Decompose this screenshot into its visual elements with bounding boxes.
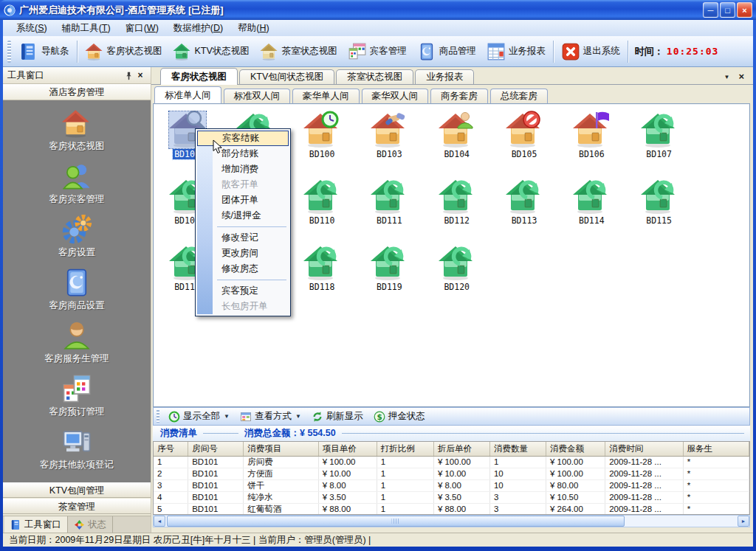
table-row[interactable]: 4BD101纯净水¥ 3.501¥ 3.503¥ 10.502009-11-28…	[154, 491, 749, 503]
document-tab-1[interactable]: 客房状态视图	[160, 68, 238, 85]
room-BD114[interactable]: BD114	[558, 177, 625, 226]
deposit-dollar-icon: $	[374, 411, 385, 423]
context-menu-item-3[interactable]: 增加消费	[197, 162, 289, 177]
column-header-9[interactable]: 消费时间	[605, 442, 684, 456]
column-header-5[interactable]: 打折比例	[377, 442, 433, 456]
toolbar-button-4[interactable]: 茶室状态视图	[255, 38, 343, 65]
horizontal-scrollbar[interactable]: ◄ ►	[153, 515, 750, 527]
table-row[interactable]: 2BD101方便面¥ 10.001¥ 10.0010¥ 100.002009-1…	[154, 468, 749, 479]
column-header-6[interactable]: 折后单价	[433, 442, 489, 456]
menu-item-2[interactable]: 辅助工具(T)	[55, 20, 118, 37]
sidebar-item-5[interactable]: 客房服务生管理	[3, 320, 151, 373]
room-BD111[interactable]: BD111	[356, 177, 423, 226]
document-tab-4[interactable]: 业务报表	[415, 69, 474, 84]
sidebar-item-7[interactable]: 客房其他款项登记	[3, 426, 151, 479]
room-BD107[interactable]: BD107	[625, 111, 693, 159]
context-menu-item-2[interactable]: 部分结账	[197, 146, 289, 162]
close-button[interactable]: ×	[737, 2, 752, 18]
context-menu-item-13[interactable]: 长包房开单	[197, 299, 289, 314]
menu-item-1[interactable]: 系统(S)	[9, 20, 55, 37]
tab-list-dropdown-icon[interactable]: ▼	[724, 74, 729, 80]
action-button-3[interactable]: 刷新显示	[306, 410, 368, 423]
toolbar-button-1[interactable]: 导航条	[14, 38, 75, 65]
room-BD103[interactable]: BD103	[356, 111, 423, 159]
ktv-status-house-icon	[173, 42, 192, 61]
context-menu-item-10[interactable]: 修改房态	[197, 261, 289, 277]
column-header-3[interactable]: 消费项目	[244, 442, 318, 456]
sidebar-bottom-tab-1[interactable]: 工具窗口	[4, 516, 68, 533]
sidebar-bottom-tab-2[interactable]: 状态	[68, 516, 113, 533]
tab-close-icon[interactable]: ×	[738, 73, 744, 80]
document-tab-3[interactable]: 茶室状态视图	[336, 69, 413, 84]
scroll-left-arrow-icon[interactable]: ◄	[154, 516, 165, 527]
context-menu-item-1[interactable]: 宾客结账	[197, 131, 289, 146]
room-BD113[interactable]: BD113	[491, 177, 558, 226]
toolbar-button-7[interactable]: 业务报表	[481, 38, 551, 65]
room-type-tab-5[interactable]: 商务套房	[430, 89, 488, 103]
actionbar-grip[interactable]	[157, 410, 159, 423]
column-header-4[interactable]: 项目单价	[318, 442, 377, 456]
sidebar-group-ktv[interactable]: KTV包间管理	[3, 482, 151, 498]
action-button-1[interactable]: 显示全部▼	[163, 410, 235, 423]
workspace: 工具窗口 × 酒店客房管理 客房状态视图客房宾客管理客房设置客房商品设置客房服务…	[3, 67, 753, 533]
room-BD106[interactable]: BD106	[558, 111, 625, 159]
room-type-tab-6[interactable]: 总统套房	[490, 89, 548, 103]
house-blocked-icon	[505, 111, 543, 149]
room-type-tab-2[interactable]: 标准双人间	[224, 89, 291, 103]
room-BD105[interactable]: BD105	[491, 111, 558, 159]
toolbar-button-8[interactable]: 退出系统	[556, 38, 625, 65]
sidebar-item-6[interactable]: 客房预订管理	[3, 373, 151, 426]
column-header-7[interactable]: 消费数量	[489, 442, 546, 456]
table-row[interactable]: 5BD101红葡萄酒¥ 88.001¥ 88.003¥ 264.002009-1…	[154, 503, 749, 515]
sidebar-item-4[interactable]: 客房商品设置	[3, 267, 151, 320]
booking-calendar-icon	[61, 373, 92, 404]
room-BD119[interactable]: BD119	[356, 243, 423, 292]
toolbar-button-5[interactable]: 宾客管理	[343, 38, 412, 65]
pin-icon[interactable]	[123, 69, 134, 81]
column-header-8[interactable]: 消费金额	[546, 442, 605, 456]
sidebar-group-hotel-rooms[interactable]: 酒店客房管理	[3, 84, 151, 100]
sidebar-group-tearoom[interactable]: 茶室管理	[3, 499, 151, 514]
context-menu-item-6[interactable]: 续/退押金	[197, 208, 289, 223]
context-menu-item-4[interactable]: 散客开单	[197, 177, 289, 193]
document-tab-2[interactable]: KTV包间状态视图	[239, 69, 334, 84]
room-BD100[interactable]: BD100	[289, 111, 356, 159]
table-row[interactable]: 1BD101房间费¥ 100.001¥ 100.001¥ 100.002009-…	[154, 456, 749, 468]
scrollbar-thumb[interactable]	[167, 516, 625, 527]
context-menu-item-9[interactable]: 更改房间	[197, 246, 289, 261]
toolbar-button-2[interactable]: 客房状态视图	[80, 38, 168, 65]
room-type-tab-1[interactable]: 标准单人间	[154, 86, 221, 103]
maximize-button[interactable]: □	[720, 2, 735, 18]
scroll-right-arrow-icon[interactable]: ►	[738, 516, 749, 527]
menu-item-5[interactable]: 帮助(H)	[230, 20, 276, 37]
table-row[interactable]: 3BD101饼干¥ 8.001¥ 8.0010¥ 80.002009-11-28…	[154, 479, 749, 491]
toolbar-grip[interactable]	[7, 41, 11, 63]
house-vacant-icon	[572, 177, 611, 215]
sidebar-item-1[interactable]: 客房状态视图	[3, 108, 151, 161]
context-menu-item-12[interactable]: 宾客预定	[197, 283, 289, 299]
action-button-2[interactable]: 查看方式▼	[235, 410, 306, 423]
room-type-tab-3[interactable]: 豪华单人间	[292, 89, 360, 103]
menu-item-3[interactable]: 窗口(W)	[118, 20, 166, 37]
toolbar-button-6[interactable]: 商品管理	[412, 38, 481, 65]
column-header-2[interactable]: 房间号	[188, 442, 244, 456]
room-type-tab-4[interactable]: 豪华双人间	[362, 89, 429, 103]
room-BD112[interactable]: BD112	[423, 177, 490, 226]
sidebar-item-2[interactable]: 客房宾客管理	[3, 161, 151, 214]
column-header-1[interactable]: 序号	[154, 442, 188, 456]
column-header-10[interactable]: 服务生	[683, 442, 749, 456]
context-menu-item-5[interactable]: 团体开单	[197, 193, 289, 208]
sidebar-close-icon[interactable]: ×	[134, 69, 146, 81]
minimize-button[interactable]: ─	[703, 2, 718, 18]
room-BD110[interactable]: BD110	[289, 177, 356, 226]
house-flag-icon	[572, 111, 611, 149]
room-BD118[interactable]: BD118	[289, 243, 356, 292]
action-button-4[interactable]: $押金状态	[368, 410, 430, 423]
context-menu-item-8[interactable]: 修改登记	[197, 230, 289, 246]
room-BD104[interactable]: BD104	[423, 111, 490, 159]
room-BD120[interactable]: BD120	[423, 243, 490, 292]
toolbar-button-3[interactable]: KTV状态视图	[168, 38, 255, 65]
room-BD115[interactable]: BD115	[625, 177, 693, 226]
menu-item-4[interactable]: 数据维护(D)	[166, 20, 230, 37]
sidebar-item-3[interactable]: 客房设置	[3, 214, 151, 267]
